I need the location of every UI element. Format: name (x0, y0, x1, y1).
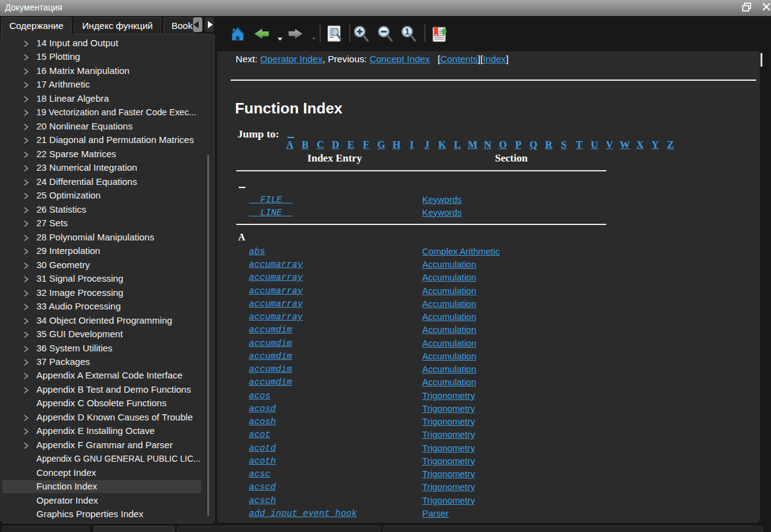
svg-text:1: 1 (405, 27, 410, 36)
